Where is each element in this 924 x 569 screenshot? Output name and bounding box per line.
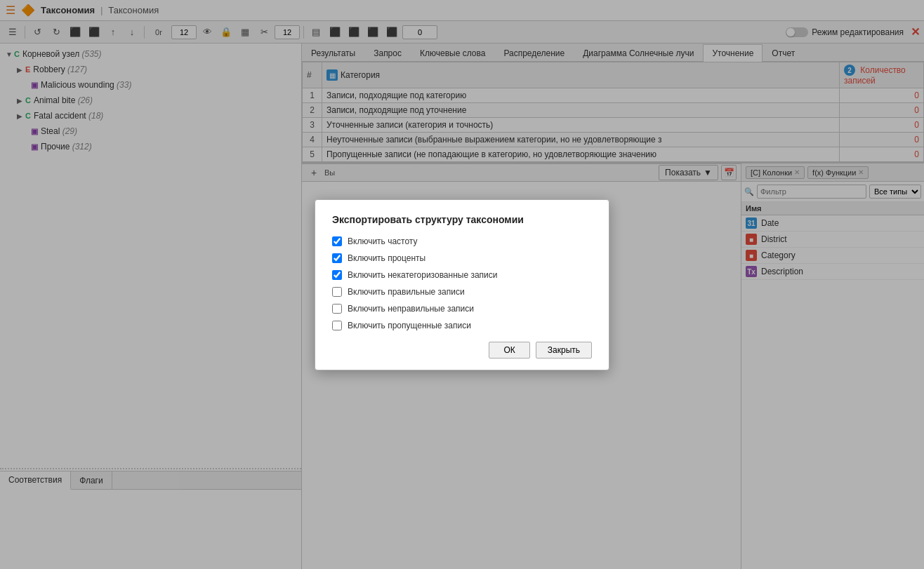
checkbox-label-1: Включить проценты bbox=[348, 253, 425, 263]
checkbox-label-3: Включить правильные записи bbox=[348, 287, 465, 297]
checkbox-row-4: Включить неправильные записи bbox=[332, 304, 592, 314]
checkbox-1[interactable] bbox=[332, 253, 342, 263]
dialog-title: Экспортировать структуру таксономии bbox=[332, 214, 592, 225]
checkbox-row-1: Включить проценты bbox=[332, 253, 592, 263]
checkbox-0[interactable] bbox=[332, 236, 342, 246]
checkbox-row-3: Включить правильные записи bbox=[332, 287, 592, 297]
close-dialog-button[interactable]: Закрыть bbox=[536, 342, 592, 359]
checkbox-row-0: Включить частоту bbox=[332, 236, 592, 246]
ok-button[interactable]: ОК bbox=[489, 342, 529, 359]
dialog-overlay: Экспортировать структуру таксономии Вклю… bbox=[0, 0, 924, 569]
checkbox-label-5: Включить пропущенные записи bbox=[348, 321, 471, 330]
checkbox-label-0: Включить частоту bbox=[348, 236, 418, 246]
checkbox-3[interactable] bbox=[332, 287, 342, 297]
dialog-buttons: ОК Закрыть bbox=[332, 342, 592, 359]
checkbox-2[interactable] bbox=[332, 270, 342, 280]
checkbox-4[interactable] bbox=[332, 304, 342, 314]
checkbox-5[interactable] bbox=[332, 321, 342, 330]
checkbox-row-2: Включить некатегоризованные записи bbox=[332, 270, 592, 280]
dialog-checkboxes: Включить частотуВключить процентыВключит… bbox=[332, 236, 592, 330]
checkbox-label-2: Включить некатегоризованные записи bbox=[348, 270, 498, 280]
export-dialog: Экспортировать структуру таксономии Вклю… bbox=[315, 199, 609, 370]
checkbox-label-4: Включить неправильные записи bbox=[348, 304, 474, 314]
checkbox-row-5: Включить пропущенные записи bbox=[332, 321, 592, 330]
